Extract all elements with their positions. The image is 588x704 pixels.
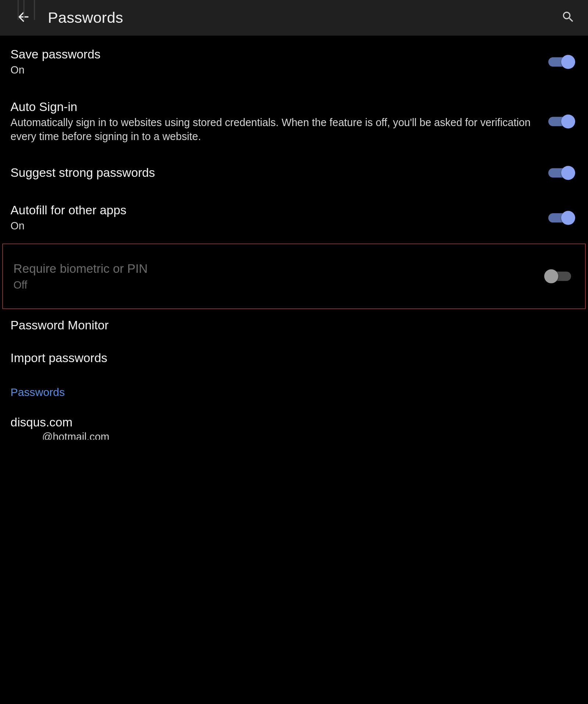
import-passwords-row[interactable]: Import passwords bbox=[0, 342, 588, 374]
auto-signin-sub: Automatically sign in to websites using … bbox=[11, 115, 537, 144]
require-biometric-row[interactable]: Require biometric or PIN Off bbox=[3, 244, 585, 308]
password-entry[interactable]: disqus.com_@hotmail.com bbox=[0, 405, 588, 440]
autofill-other-sub: On bbox=[11, 219, 537, 233]
save-passwords-row[interactable]: Save passwords On bbox=[0, 36, 588, 88]
highlighted-setting: Require biometric or PIN Off bbox=[2, 244, 585, 309]
require-biometric-title: Require biometric or PIN bbox=[14, 261, 534, 276]
saved-passwords-list: disqus.com_@hotmail.comaccounts.google.c… bbox=[0, 405, 588, 440]
import-passwords-label: Import passwords bbox=[11, 351, 107, 365]
save-passwords-toggle[interactable] bbox=[548, 56, 574, 68]
autofill-other-title: Autofill for other apps bbox=[11, 202, 537, 218]
password-monitor-label: Password Monitor bbox=[11, 318, 109, 332]
decorative-marks bbox=[18, 0, 41, 24]
autofill-other-row[interactable]: Autofill for other apps On bbox=[0, 192, 588, 244]
save-passwords-title: Save passwords bbox=[11, 46, 537, 62]
page-title: Passwords bbox=[48, 9, 123, 27]
suggest-strong-toggle[interactable] bbox=[548, 167, 574, 179]
app-bar: Passwords bbox=[0, 0, 588, 36]
password-monitor-row[interactable]: Password Monitor bbox=[0, 309, 588, 342]
suggest-strong-row[interactable]: Suggest strong passwords bbox=[0, 154, 588, 192]
auto-signin-row[interactable]: Auto Sign-in Automatically sign in to we… bbox=[0, 88, 588, 154]
settings-body: Save passwords On Auto Sign-in Automatic… bbox=[0, 36, 588, 440]
search-icon bbox=[561, 10, 575, 26]
require-biometric-sub: Off bbox=[14, 278, 534, 292]
passwords-settings-screen: Passwords Save passwords On Auto Sign-in… bbox=[0, 0, 588, 440]
password-site: disqus.com bbox=[11, 414, 578, 430]
passwords-section-header: Passwords bbox=[0, 374, 588, 405]
auto-signin-toggle[interactable] bbox=[548, 115, 574, 128]
suggest-strong-title: Suggest strong passwords bbox=[11, 165, 537, 181]
save-passwords-sub: On bbox=[11, 63, 537, 78]
password-username: _@hotmail.com bbox=[11, 431, 578, 440]
search-button[interactable] bbox=[556, 6, 580, 30]
require-biometric-toggle[interactable] bbox=[545, 270, 571, 283]
auto-signin-title: Auto Sign-in bbox=[11, 99, 537, 114]
autofill-other-toggle[interactable] bbox=[548, 211, 574, 224]
